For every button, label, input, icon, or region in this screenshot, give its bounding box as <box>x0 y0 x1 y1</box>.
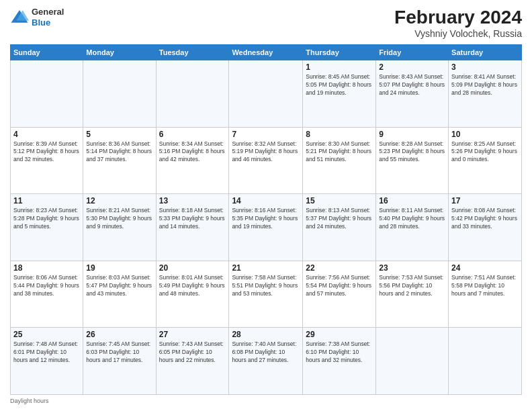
day-cell: 23Sunrise: 7:53 AM Sunset: 5:56 PM Dayli… <box>376 261 449 328</box>
day-info: Sunrise: 8:45 AM Sunset: 5:05 PM Dayligh… <box>306 73 373 97</box>
page: General Blue February 2024 Vyshniy Voloc… <box>0 0 532 411</box>
day-number: 26 <box>86 330 152 339</box>
day-cell: 6Sunrise: 8:34 AM Sunset: 5:16 PM Daylig… <box>156 127 229 194</box>
day-info: Sunrise: 8:13 AM Sunset: 5:37 PM Dayligh… <box>306 207 373 231</box>
day-cell <box>83 60 156 128</box>
day-number: 1 <box>306 62 373 72</box>
title-block: February 2024 Vyshniy Volochek, Russia <box>394 7 522 39</box>
day-info: Sunrise: 8:30 AM Sunset: 5:21 PM Dayligh… <box>306 140 373 165</box>
logo-text: General Blue <box>32 7 64 28</box>
day-cell: 21Sunrise: 7:58 AM Sunset: 5:51 PM Dayli… <box>229 261 303 328</box>
day-cell: 10Sunrise: 8:25 AM Sunset: 5:26 PM Dayli… <box>449 127 522 194</box>
day-number: 27 <box>159 330 226 339</box>
title-location: Vyshniy Volochek, Russia <box>394 28 522 39</box>
day-number: 15 <box>306 196 373 205</box>
day-number: 5 <box>86 130 152 139</box>
col-header-friday: Friday <box>376 45 449 60</box>
day-info: Sunrise: 8:06 AM Sunset: 5:44 PM Dayligh… <box>13 274 80 298</box>
day-cell: 27Sunrise: 7:43 AM Sunset: 6:05 PM Dayli… <box>156 328 229 395</box>
col-header-saturday: Saturday <box>449 45 522 60</box>
day-number: 21 <box>232 263 300 273</box>
day-number: 23 <box>379 263 445 273</box>
day-cell <box>156 60 229 128</box>
day-number: 8 <box>306 130 373 139</box>
day-cell: 25Sunrise: 7:48 AM Sunset: 6:01 PM Dayli… <box>11 328 83 395</box>
logo-blue: Blue <box>32 17 64 28</box>
day-cell: 4Sunrise: 8:39 AM Sunset: 5:12 PM Daylig… <box>11 127 83 194</box>
week-row-2: 11Sunrise: 8:23 AM Sunset: 5:28 PM Dayli… <box>11 194 522 261</box>
day-cell: 26Sunrise: 7:45 AM Sunset: 6:03 PM Dayli… <box>83 328 156 395</box>
day-info: Sunrise: 8:08 AM Sunset: 5:42 PM Dayligh… <box>451 207 519 231</box>
header: General Blue February 2024 Vyshniy Voloc… <box>10 7 522 39</box>
day-info: Sunrise: 8:03 AM Sunset: 5:47 PM Dayligh… <box>86 274 152 298</box>
day-cell: 17Sunrise: 8:08 AM Sunset: 5:42 PM Dayli… <box>449 194 522 261</box>
day-number: 10 <box>451 130 519 139</box>
day-info: Sunrise: 7:51 AM Sunset: 5:58 PM Dayligh… <box>451 274 519 298</box>
footer-note: Daylight hours <box>10 398 522 404</box>
day-cell: 28Sunrise: 7:40 AM Sunset: 6:08 PM Dayli… <box>229 328 303 395</box>
day-cell: 22Sunrise: 7:56 AM Sunset: 5:54 PM Dayli… <box>303 261 376 328</box>
day-info: Sunrise: 7:43 AM Sunset: 6:05 PM Dayligh… <box>159 340 226 365</box>
day-number: 22 <box>306 263 373 273</box>
day-number: 7 <box>232 130 300 139</box>
day-info: Sunrise: 8:32 AM Sunset: 5:19 PM Dayligh… <box>232 140 300 165</box>
day-info: Sunrise: 7:40 AM Sunset: 6:08 PM Dayligh… <box>232 340 300 365</box>
col-header-thursday: Thursday <box>303 45 376 60</box>
day-number: 3 <box>451 62 519 72</box>
day-number: 6 <box>159 130 226 139</box>
day-number: 25 <box>13 330 80 339</box>
day-cell: 13Sunrise: 8:18 AM Sunset: 5:33 PM Dayli… <box>156 194 229 261</box>
week-row-4: 25Sunrise: 7:48 AM Sunset: 6:01 PM Dayli… <box>11 328 522 395</box>
day-number: 18 <box>13 263 80 273</box>
day-info: Sunrise: 8:39 AM Sunset: 5:12 PM Dayligh… <box>13 140 80 165</box>
title-month: February 2024 <box>394 7 522 28</box>
day-cell: 5Sunrise: 8:36 AM Sunset: 5:14 PM Daylig… <box>83 127 156 194</box>
day-info: Sunrise: 8:34 AM Sunset: 5:16 PM Dayligh… <box>159 140 226 165</box>
day-cell: 14Sunrise: 8:16 AM Sunset: 5:35 PM Dayli… <box>229 194 303 261</box>
day-number: 28 <box>232 330 300 339</box>
day-cell: 29Sunrise: 7:38 AM Sunset: 6:10 PM Dayli… <box>303 328 376 395</box>
header-row: SundayMondayTuesdayWednesdayThursdayFrid… <box>11 45 522 60</box>
day-cell: 12Sunrise: 8:21 AM Sunset: 5:30 PM Dayli… <box>83 194 156 261</box>
day-number: 17 <box>451 196 519 205</box>
day-info: Sunrise: 8:23 AM Sunset: 5:28 PM Dayligh… <box>13 207 80 231</box>
day-number: 13 <box>159 196 226 205</box>
day-info: Sunrise: 7:58 AM Sunset: 5:51 PM Dayligh… <box>232 274 300 298</box>
day-cell: 7Sunrise: 8:32 AM Sunset: 5:19 PM Daylig… <box>229 127 303 194</box>
day-cell: 8Sunrise: 8:30 AM Sunset: 5:21 PM Daylig… <box>303 127 376 194</box>
day-cell: 20Sunrise: 8:01 AM Sunset: 5:49 PM Dayli… <box>156 261 229 328</box>
day-number: 16 <box>379 196 445 205</box>
day-info: Sunrise: 8:25 AM Sunset: 5:26 PM Dayligh… <box>451 140 519 165</box>
col-header-sunday: Sunday <box>11 45 83 60</box>
col-header-wednesday: Wednesday <box>229 45 303 60</box>
day-cell: 18Sunrise: 8:06 AM Sunset: 5:44 PM Dayli… <box>11 261 83 328</box>
day-info: Sunrise: 8:43 AM Sunset: 5:07 PM Dayligh… <box>379 73 445 97</box>
day-number: 12 <box>86 196 152 205</box>
week-row-0: 1Sunrise: 8:45 AM Sunset: 5:05 PM Daylig… <box>11 60 522 128</box>
logo-general: General <box>32 7 64 17</box>
day-cell: 19Sunrise: 8:03 AM Sunset: 5:47 PM Dayli… <box>83 261 156 328</box>
day-info: Sunrise: 7:48 AM Sunset: 6:01 PM Dayligh… <box>13 340 80 365</box>
day-info: Sunrise: 8:16 AM Sunset: 5:35 PM Dayligh… <box>232 207 300 231</box>
col-header-tuesday: Tuesday <box>156 45 229 60</box>
day-cell <box>11 60 83 128</box>
day-info: Sunrise: 8:11 AM Sunset: 5:40 PM Dayligh… <box>379 207 445 231</box>
day-info: Sunrise: 8:41 AM Sunset: 5:09 PM Dayligh… <box>451 73 519 97</box>
day-cell <box>376 328 449 395</box>
day-number: 24 <box>451 263 519 273</box>
day-cell: 15Sunrise: 8:13 AM Sunset: 5:37 PM Dayli… <box>303 194 376 261</box>
day-cell: 11Sunrise: 8:23 AM Sunset: 5:28 PM Dayli… <box>11 194 83 261</box>
day-info: Sunrise: 8:28 AM Sunset: 5:23 PM Dayligh… <box>379 140 445 165</box>
day-info: Sunrise: 8:18 AM Sunset: 5:33 PM Dayligh… <box>159 207 226 231</box>
logo: General Blue <box>10 7 64 28</box>
day-cell: 1Sunrise: 8:45 AM Sunset: 5:05 PM Daylig… <box>303 60 376 128</box>
col-header-monday: Monday <box>83 45 156 60</box>
day-cell <box>229 60 303 128</box>
day-cell: 9Sunrise: 8:28 AM Sunset: 5:23 PM Daylig… <box>376 127 449 194</box>
calendar-table: SundayMondayTuesdayWednesdayThursdayFrid… <box>10 44 522 395</box>
day-cell: 2Sunrise: 8:43 AM Sunset: 5:07 PM Daylig… <box>376 60 449 128</box>
day-info: Sunrise: 8:01 AM Sunset: 5:49 PM Dayligh… <box>159 274 226 298</box>
day-cell <box>449 328 522 395</box>
day-number: 11 <box>13 196 80 205</box>
day-info: Sunrise: 8:21 AM Sunset: 5:30 PM Dayligh… <box>86 207 152 231</box>
